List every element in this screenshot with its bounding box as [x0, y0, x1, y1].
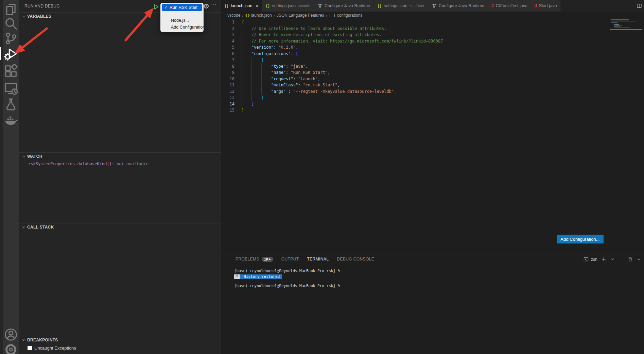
panel-tabs: PROBLEMS1K+OUTPUTTERMINALDEBUG CONSOLE [236, 254, 374, 264]
breakpoints-section-header[interactable]: BREAKPOINTS [19, 336, 221, 344]
java-icon: J [535, 3, 537, 8]
code-line-4: 4 // For more information, visit: https:… [221, 38, 644, 45]
menu-item-add-configuration[interactable]: Add Configuration... [162, 24, 202, 31]
terminal[interactable]: (base) reynoldmorel@Reynolds-MacBook-Pro… [221, 264, 644, 289]
line-text: "name": "Run RSK Start", [242, 69, 644, 76]
chevron-down-icon[interactable] [610, 257, 615, 262]
line-text: "request": "launch", [242, 76, 644, 82]
watch-section-header[interactable]: WATCH [19, 153, 221, 160]
tab-settings-json[interactable]: {}settings.json~/.../User [374, 0, 428, 12]
call-stack-section-header[interactable]: CALL STACK [19, 223, 221, 231]
code-line-10: 10 "request": "launch", [221, 76, 644, 82]
token: : [293, 77, 298, 81]
code-line-7: 7 { [221, 57, 644, 63]
menu-separator [163, 14, 201, 14]
activity-bar [0, 0, 19, 354]
tab-start-java[interactable]: JStart.java [531, 0, 561, 12]
token [242, 83, 271, 87]
token: } [242, 108, 244, 113]
checkbox-label: Uncaught Exceptions [34, 345, 76, 351]
editor-group: {}launch.json×{}settings.json.vscodeConf… [221, 0, 644, 354]
docker-icon[interactable] [3, 112, 19, 126]
tab-detail: .vscode [297, 4, 310, 8]
code-line-8: 8 "type": "java", [221, 63, 644, 70]
code-line-3: 3 // Hover to view descriptions of exist… [221, 32, 644, 38]
tab-configure-java-runtime[interactable]: Configure Java Runtime [428, 0, 488, 12]
token: : [286, 70, 291, 75]
line-text: "mainClass": "co.rsk.Start", [242, 82, 644, 88]
breadcrumb-item-configurations[interactable]: [ ]configurations [329, 13, 363, 18]
check-icon: ✓ [164, 5, 168, 10]
breadcrumb-item-vscode[interactable]: .vscode [226, 13, 240, 18]
tab-label: settings.json [384, 3, 407, 8]
token [242, 95, 261, 100]
chevron-up-icon[interactable] [637, 257, 642, 262]
java-icon: J [491, 3, 494, 8]
tab-configure-java-runtime[interactable]: Configure Java Runtime [314, 0, 374, 12]
menu-item-label: Add Configuration... [171, 25, 209, 30]
testing-icon[interactable] [3, 97, 19, 111]
panel-tab-output[interactable]: OUTPUT [281, 254, 299, 264]
run-and-debug-icon[interactable] [3, 47, 19, 61]
source-control-icon[interactable] [3, 31, 19, 46]
accounts-icon[interactable] [3, 327, 19, 342]
line-number: 4 [221, 38, 234, 45]
token: , [296, 45, 298, 50]
code-editor[interactable]: 1{2 // Use IntelliSense to learn about p… [221, 19, 644, 114]
terminal-line: (base) reynoldmorel@Reynolds-MacBook-Pro… [234, 283, 644, 289]
token: : [286, 89, 293, 94]
token [242, 102, 251, 106]
menu-item-run-rsk-start[interactable]: ✓Run RSK Start [162, 4, 202, 11]
java-runtime-icon [317, 3, 323, 9]
line-number: 2 [221, 26, 234, 32]
line-text: // For more information, visit: https://… [242, 38, 644, 45]
line-text: { [242, 19, 644, 26]
token [242, 26, 251, 31]
run-and-debug-sidebar: RUN AND DEBUG ··· VARIABLES WATCH rskSys… [19, 0, 221, 354]
more-actions-icon[interactable]: ··· [210, 1, 217, 8]
history-restored-notice: History restored [240, 274, 282, 279]
manage-icon[interactable] [3, 342, 19, 354]
close-icon[interactable]: × [256, 3, 259, 9]
explorer-icon[interactable] [3, 2, 19, 17]
add-icon[interactable] [601, 257, 606, 262]
tab-label: Configure Java Runtime [439, 3, 484, 8]
checkbox[interactable] [28, 346, 32, 350]
split-pane-icon[interactable] [619, 257, 624, 262]
panel-tab-debug-console[interactable]: DEBUG CONSOLE [337, 254, 374, 264]
terminal-line: (base) reynoldmorel@Reynolds-MacBook-Pro… [234, 268, 644, 274]
split-editor-icon[interactable] [637, 3, 642, 9]
watch-expression-row[interactable]: rskSystemProperties.databaseKind(): not … [28, 162, 221, 166]
code-line-12: 12 "args" : "--regtest -Xkeyvalue.dataso… [221, 88, 644, 95]
call-stack-label: CALL STACK [27, 225, 54, 230]
problems-badge: 1K+ [262, 257, 273, 262]
token: "configurations" [251, 51, 291, 56]
token: { [261, 57, 264, 62]
trash-icon[interactable] [628, 257, 633, 262]
minimap[interactable] [610, 18, 642, 33]
terminal-icon[interactable] [584, 257, 589, 262]
panel-tab-terminal[interactable]: TERMINAL [307, 254, 329, 264]
token [242, 77, 271, 81]
panel-tab-label: OUTPUT [281, 257, 299, 262]
gear-icon[interactable] [203, 3, 209, 9]
breadcrumb-item-launch-json[interactable]: {}launch.json [245, 13, 272, 18]
token [242, 32, 251, 37]
token [242, 57, 261, 62]
menu-item-node-js[interactable]: Node.js... [162, 17, 202, 24]
code-line-1: 1{ [221, 19, 644, 26]
tab-clitoolstest-java[interactable]: JCliToolsTest.java [488, 0, 531, 12]
line-number: 14 [221, 101, 234, 107]
add-configuration-button[interactable]: Add Configuration... [557, 235, 604, 243]
extensions-icon[interactable] [3, 64, 19, 78]
tab-settings-json[interactable]: {}settings.json.vscode [262, 0, 314, 12]
remote-explorer-icon[interactable] [3, 81, 19, 96]
breadcrumb-label: .vscode [226, 13, 240, 18]
search-icon[interactable] [3, 16, 19, 31]
tab-launch-json[interactable]: {}launch.json× [221, 0, 262, 12]
editor-actions [637, 0, 642, 12]
uncaught-exceptions-row[interactable]: Uncaught Exceptions [28, 345, 221, 351]
start-debug-play-icon[interactable] [153, 4, 159, 10]
breadcrumb-item-json-language-features[interactable]: JSON Language Features [277, 13, 324, 18]
panel-tab-problems[interactable]: PROBLEMS1K+ [236, 254, 273, 264]
